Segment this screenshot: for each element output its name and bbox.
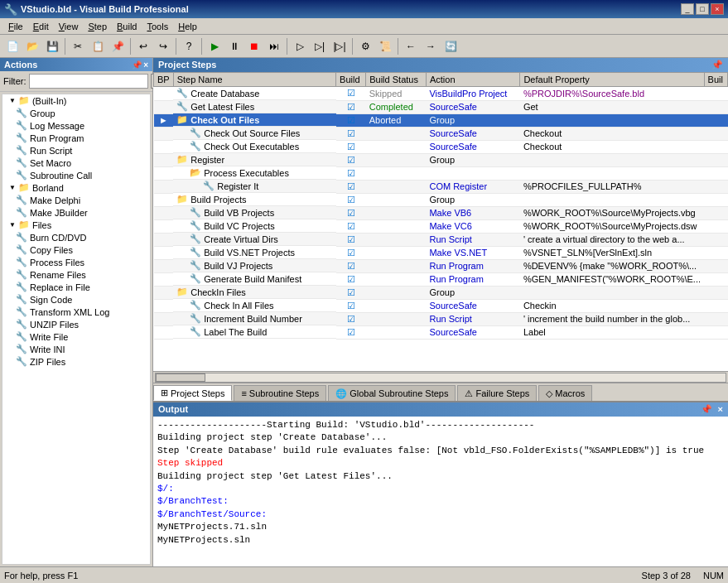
menu-help[interactable]: Help [173,20,202,33]
cell-build[interactable]: ☑ [336,206,366,219]
tab-macros[interactable]: ◇ Macros [538,385,592,401]
new-button[interactable]: 📄 [3,37,22,55]
build-checkbox[interactable]: ☑ [347,195,355,205]
tree-item-UNZIP_Files[interactable]: 🔧UNZIP Files [2,318,150,330]
cell-build[interactable]: ☑ [336,233,366,246]
table-row[interactable]: 🔧Build VC Projects☑Make VC6%WORK_ROOT%\S… [154,219,728,233]
filter-input[interactable] [29,74,148,89]
table-row[interactable]: 🔧Check Out Executables☑SourceSafeCheckou… [154,140,728,153]
table-row[interactable]: 🔧Increment Build Number☑Run Script' incr… [154,312,728,325]
h-scroll[interactable] [153,371,728,383]
tree-group-Borland[interactable]: ▼📁Borland [2,181,150,194]
table-row[interactable]: 📂Process Executables☑ [154,166,728,180]
build-checkbox[interactable]: ☑ [347,168,355,178]
tree-item-Write_INI[interactable]: 🔧Write INI [2,343,150,355]
table-row[interactable]: 🔧Check In All Files☑SourceSafeCheckin [154,299,728,312]
cell-build[interactable]: ☑ [336,140,366,153]
cell-build[interactable]: ☑ [336,113,366,127]
table-row[interactable]: 📁Build Projects☑Group [154,193,728,206]
build-checkbox[interactable]: ☑ [347,274,355,284]
build-to-button[interactable]: ▷| [311,37,329,55]
col-property[interactable]: Default Property [520,73,704,87]
config-button[interactable]: ⚙ [356,37,374,55]
table-row[interactable]: 🔧Build VS.NET Projects☑Make VS.NET%VSNET… [154,246,728,259]
output-close-icon[interactable]: × [718,404,723,414]
cell-build[interactable]: ☑ [336,299,366,312]
build-checkbox[interactable]: ☑ [347,221,355,231]
menu-tools[interactable]: Tools [142,20,173,33]
output-pin-icon[interactable]: 📌 [701,404,712,414]
build-checkbox[interactable]: ☑ [347,261,355,271]
table-row[interactable]: 🔧Check Out Source Files☑SourceSafeChecko… [154,127,728,140]
log-button[interactable]: 📜 [376,37,394,55]
tree-item-Log_Message[interactable]: 🔧Log Message [2,119,150,132]
tree-item-Replace_in_File[interactable]: 🔧Replace in File [2,281,150,293]
cell-build[interactable]: ☑ [336,312,366,325]
cell-build[interactable]: ☑ [336,259,366,272]
steps-table-container[interactable]: BP Step Name Build Build Status Action D… [153,72,728,371]
run-button[interactable]: ▶ [205,37,224,55]
tab-project-steps[interactable]: ⊞ Project Steps [153,385,232,401]
maximize-button[interactable]: □ [696,3,709,15]
build-checkbox[interactable]: ☑ [347,287,355,297]
refresh-button[interactable]: 🔄 [441,37,460,55]
build-checkbox[interactable]: ☑ [347,88,355,98]
stop-button[interactable]: ⏹ [245,37,263,55]
build-checkbox[interactable]: ☑ [347,155,355,165]
col-bp[interactable]: BP [154,73,174,87]
menu-edit[interactable]: Edit [28,20,54,33]
build-checkbox[interactable]: ☑ [347,327,355,337]
table-row[interactable]: 🔧Label The Build☑SourceSafeLabel [154,325,728,339]
build-checkbox[interactable]: ☑ [347,128,355,138]
build-checkbox[interactable]: ☑ [347,115,355,125]
table-row[interactable]: 📁Register☑Group [154,153,728,166]
tree-item-Run_Program[interactable]: 🔧Run Program [2,132,150,144]
tree-item-Make_JBuilder[interactable]: 🔧Make JBuilder [2,206,150,219]
table-row[interactable]: 🔧Build VB Projects☑Make VB6%WORK_ROOT%\S… [154,206,728,219]
table-row[interactable]: 🔧Get Latest Files☑CompletedSourceSafeGet [154,100,728,113]
menu-build[interactable]: Build [112,20,142,33]
col-buil[interactable]: Buil [704,73,727,87]
undo-button[interactable]: ↩ [134,37,152,55]
tab-failure-steps[interactable]: ⚠ Failure Steps [457,385,537,401]
cell-build[interactable]: ☑ [336,153,366,166]
tree-item-Copy_Files[interactable]: 🔧Copy Files [2,243,150,256]
cell-build[interactable]: ☑ [336,87,366,101]
step-button[interactable]: ⏭ [265,37,283,55]
close-button[interactable]: × [711,3,724,15]
arrow-left-button[interactable]: ← [402,37,420,55]
redo-button[interactable]: ↪ [154,37,172,55]
h-scroll-thumb[interactable] [156,373,205,382]
tree-item-Transform_XML_Log[interactable]: 🔧Transform XML Log [2,306,150,318]
close-panel-icon[interactable]: × [143,60,148,70]
tab-global-subroutine-steps[interactable]: 🌐 Global Subroutine Steps [328,385,456,401]
menu-step[interactable]: Step [83,20,112,33]
build-step-button[interactable]: |▷| [330,37,349,55]
table-row[interactable]: 🔧Generate Build Manifest☑Run Program%GEN… [154,272,728,286]
table-row[interactable]: 🔧Create Database☑SkippedVisBuildPro Proj… [154,87,728,101]
build-checkbox[interactable]: ☑ [347,234,355,244]
table-row[interactable]: 🔧Create Virtual Dirs☑Run Script' create … [154,233,728,246]
table-row[interactable]: 📁CheckIn Files☑Group [154,286,728,299]
pin-icon[interactable]: 📌 [132,60,142,70]
cell-build[interactable]: ☑ [336,180,366,193]
build-checkbox[interactable]: ☑ [347,181,355,191]
cut-button[interactable]: ✂ [69,37,87,55]
open-button[interactable]: 📂 [23,37,41,55]
table-row[interactable]: 🔧Register It☑COM Register%PROCFILES_FULL… [154,180,728,193]
copy-button[interactable]: 📋 [89,37,107,55]
cell-build[interactable]: ☑ [336,193,366,206]
tree-group-Files[interactable]: ▼📁Files [2,219,150,231]
cell-build[interactable]: ☑ [336,325,366,339]
build-checkbox[interactable]: ☑ [347,248,355,258]
table-row[interactable]: 🔧Build VJ Projects☑Run Program%DEVENV% {… [154,259,728,272]
cell-build[interactable]: ☑ [336,272,366,286]
paste-button[interactable]: 📌 [108,37,127,55]
menu-file[interactable]: File [3,20,28,33]
ps-pin-icon[interactable]: 📌 [711,60,723,70]
tree-item-Set_Macro[interactable]: 🔧Set Macro [2,157,150,169]
build-checkbox[interactable]: ☑ [347,301,355,311]
col-status[interactable]: Build Status [366,73,427,87]
menu-view[interactable]: View [54,20,84,33]
cell-build[interactable]: ☑ [336,286,366,299]
